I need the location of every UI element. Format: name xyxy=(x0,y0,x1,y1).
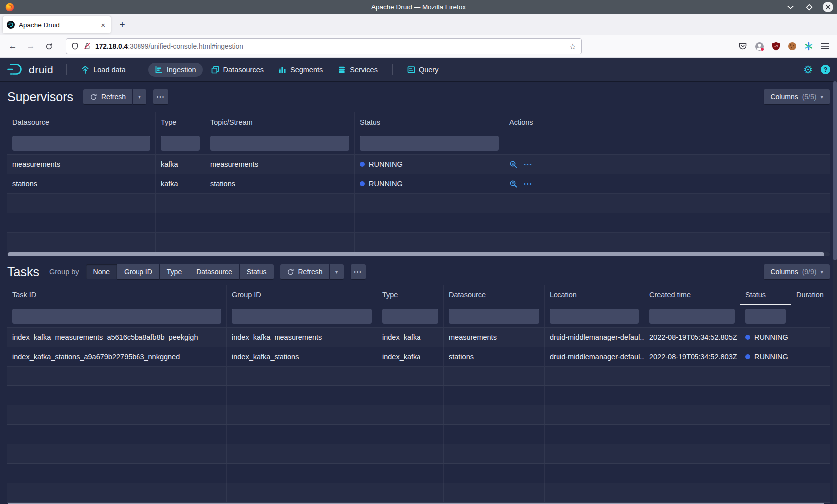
nav-query[interactable]: Query xyxy=(401,63,445,77)
supervisors-refresh-caret[interactable]: ▾ xyxy=(133,89,146,104)
ublock-icon[interactable]: uO xyxy=(771,41,781,51)
group-by-button-group: None Group ID Type Datasource Status xyxy=(86,264,274,279)
help-icon[interactable]: ? xyxy=(821,65,830,74)
reload-icon[interactable] xyxy=(41,38,57,54)
group-type-button[interactable]: Type xyxy=(160,264,189,279)
cookie-icon[interactable] xyxy=(787,41,797,51)
group-datasource-button[interactable]: Datasource xyxy=(189,264,239,279)
brand-name: druid xyxy=(29,64,53,76)
col-header-group-id[interactable]: Group ID xyxy=(227,285,377,305)
col-header-datasource[interactable]: Datasource xyxy=(444,285,545,305)
scrollbar-thumb[interactable] xyxy=(833,81,837,260)
group-none-button[interactable]: None xyxy=(86,264,117,279)
filter-group-id-input[interactable] xyxy=(232,309,372,324)
col-header-created-time[interactable]: Created time xyxy=(644,285,740,305)
supervisors-more-button[interactable]: ••• xyxy=(153,89,168,104)
druid-logo[interactable]: druid xyxy=(7,63,53,76)
cell-actions: ••• xyxy=(504,174,830,193)
url-bar[interactable]: 172.18.0.4:30899/unified-console.html#in… xyxy=(66,38,582,54)
back-icon[interactable]: ← xyxy=(5,38,21,54)
tasks-refresh-caret[interactable]: ▾ xyxy=(330,264,344,279)
cell-type: index_kafka xyxy=(377,347,444,366)
filter-task-id-input[interactable] xyxy=(12,309,221,324)
extension-asterisk-icon[interactable] xyxy=(804,41,814,51)
insecure-lock-icon[interactable] xyxy=(83,42,91,50)
bookmark-star-icon[interactable]: ☆ xyxy=(569,42,576,51)
filter-location-input[interactable] xyxy=(550,309,639,324)
url-path: :30899/unified-console.html#ingestion xyxy=(128,43,243,50)
cell-created-time: 2022-08-19T05:34:52.805Z xyxy=(644,328,740,347)
nav-ingestion[interactable]: Ingestion xyxy=(148,63,203,77)
shield-icon[interactable] xyxy=(71,42,79,50)
cell-type: index_kafka xyxy=(377,328,444,347)
filter-status-input[interactable] xyxy=(360,136,499,151)
task-row[interactable]: index_kafka_measurements_a5616c5ba8afb8b… xyxy=(7,328,830,347)
cell-datasource: stations xyxy=(7,174,156,193)
filter-datasource-input[interactable] xyxy=(449,309,539,324)
col-header-task-id[interactable]: Task ID xyxy=(7,285,227,305)
nav-services-label: Services xyxy=(350,66,378,74)
row-more-icon[interactable]: ••• xyxy=(524,181,533,187)
col-header-location[interactable]: Location xyxy=(545,285,644,305)
minimize-icon[interactable] xyxy=(785,2,796,13)
col-header-actions: Actions xyxy=(504,112,830,132)
nav-services[interactable]: Services xyxy=(331,63,384,77)
maximize-icon[interactable] xyxy=(804,2,815,13)
status-text: RUNNING xyxy=(754,353,788,361)
refresh-label: Refresh xyxy=(101,93,126,101)
tasks-rows: index_kafka_measurements_a5616c5ba8afb8b… xyxy=(7,328,830,503)
close-icon[interactable] xyxy=(823,2,833,12)
col-header-datasource[interactable]: Datasource xyxy=(7,112,156,132)
settings-gear-icon[interactable]: ⚙ xyxy=(803,64,813,75)
inspect-icon[interactable] xyxy=(509,180,518,188)
page-vscrollbar[interactable] xyxy=(833,81,837,504)
supervisors-refresh-button[interactable]: Refresh xyxy=(83,89,132,104)
supervisors-hscrollbar[interactable] xyxy=(7,252,830,256)
tab-apache-druid[interactable]: Apache Druid × xyxy=(3,16,111,33)
screen: Apache Druid — Mozilla Firefox Apache Dr… xyxy=(0,0,837,504)
filter-created-time-input[interactable] xyxy=(649,309,735,324)
pocket-icon[interactable] xyxy=(738,41,748,51)
row-more-icon[interactable]: ••• xyxy=(524,161,533,167)
filter-status-input[interactable] xyxy=(745,309,786,324)
cell-duration xyxy=(791,347,830,366)
empty-row xyxy=(7,194,830,213)
supervisors-view: Supervisors Refresh ▾ ••• Columns (5/5) … xyxy=(0,81,837,259)
supervisors-columns-button[interactable]: Columns (5/5) ▾ xyxy=(764,89,830,104)
scrollbar-thumb[interactable] xyxy=(8,252,824,256)
inspect-icon[interactable] xyxy=(509,160,518,169)
account-icon[interactable] xyxy=(754,41,764,51)
group-by-label: Group by xyxy=(49,268,79,276)
filter-topic-input[interactable] xyxy=(210,136,349,151)
filter-type-input[interactable] xyxy=(161,136,200,151)
tasks-columns-button[interactable]: Columns (9/9) ▾ xyxy=(764,264,830,279)
nav-datasources[interactable]: Datasources xyxy=(205,63,270,77)
supervisor-row[interactable]: measurements kafka measurements RUNNING … xyxy=(7,155,830,174)
filter-type-input[interactable] xyxy=(382,309,438,324)
col-header-type[interactable]: Type xyxy=(377,285,444,305)
services-icon xyxy=(338,66,346,74)
col-header-status-sorted[interactable]: Status xyxy=(740,285,791,305)
menu-icon[interactable] xyxy=(820,41,830,51)
col-header-status[interactable]: Status xyxy=(355,112,504,132)
refresh-icon xyxy=(90,93,97,101)
datasources-icon xyxy=(211,66,219,74)
new-tab-icon[interactable]: + xyxy=(115,17,130,32)
nav-load-data[interactable]: Load data xyxy=(75,63,132,77)
group-groupid-button[interactable]: Group ID xyxy=(117,264,159,279)
supervisor-row[interactable]: stations kafka stations RUNNING ••• xyxy=(7,174,830,194)
cell-group-id: index_kafka_measurements xyxy=(227,328,377,347)
col-header-type[interactable]: Type xyxy=(156,112,205,132)
filter-datasource-input[interactable] xyxy=(12,136,150,151)
tab-close-icon[interactable]: × xyxy=(99,21,107,29)
nav-segments[interactable]: Segments xyxy=(272,63,329,77)
col-header-topic[interactable]: Topic/Stream xyxy=(205,112,355,132)
task-row[interactable]: index_kafka_stations_a9a679b22795b63_nnk… xyxy=(7,347,830,367)
tasks-more-button[interactable]: ••• xyxy=(351,264,366,279)
query-icon xyxy=(407,66,415,74)
group-status-button[interactable]: Status xyxy=(240,264,274,279)
cell-created-time: 2022-08-19T05:34:52.803Z xyxy=(644,347,740,366)
druid-navbar: druid Load data Ingestion Da xyxy=(0,58,837,81)
col-header-duration[interactable]: Duration xyxy=(791,285,830,305)
tasks-refresh-button[interactable]: Refresh xyxy=(280,264,329,279)
